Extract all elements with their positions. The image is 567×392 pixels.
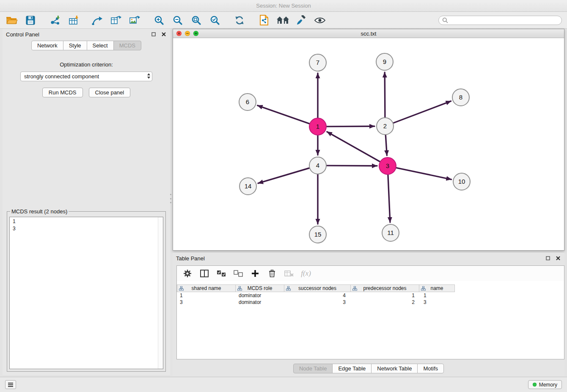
apply-layout-button[interactable] — [233, 14, 246, 27]
node-15[interactable]: 15 — [309, 226, 326, 243]
tab-edge-table[interactable]: Edge Table — [332, 364, 372, 373]
search-box[interactable] — [438, 16, 562, 25]
save-session-button[interactable] — [24, 14, 37, 27]
export-network-button[interactable] — [91, 14, 104, 27]
function-builder-button[interactable]: f(x) — [300, 268, 311, 279]
tab-select[interactable]: Select — [87, 41, 114, 50]
panel-splitter-handle[interactable] — [169, 194, 172, 203]
float-table-panel-button[interactable] — [545, 255, 551, 261]
node-10[interactable]: 10 — [453, 173, 470, 190]
node-11[interactable]: 11 — [382, 224, 399, 241]
open-file-button[interactable] — [257, 14, 271, 27]
tab-mcds[interactable]: MCDS — [113, 41, 141, 50]
edge-4-3[interactable] — [327, 166, 377, 166]
zoom-out-button[interactable] — [171, 14, 184, 27]
network-home-button[interactable] — [276, 14, 289, 27]
edge-3-1[interactable] — [327, 132, 380, 161]
zoom-group — [152, 14, 222, 27]
table-cell: 3 — [421, 299, 457, 306]
zoom-selected-icon — [210, 15, 220, 25]
minimize-window-button[interactable] — [185, 31, 190, 36]
node-6[interactable]: 6 — [239, 94, 256, 110]
brush-icon — [296, 15, 306, 25]
close-panel-button[interactable]: Close panel — [89, 88, 131, 97]
edge-3-10[interactable] — [396, 168, 451, 179]
window-title: Session: New Session — [256, 3, 311, 9]
tab-network-table[interactable]: Network Table — [371, 364, 418, 373]
destroy-table-button[interactable] — [284, 268, 295, 279]
node-4[interactable]: 4 — [309, 157, 326, 174]
float-panel-button[interactable] — [151, 31, 157, 37]
node-9[interactable]: 9 — [376, 53, 393, 70]
zoom-in-button[interactable] — [152, 14, 166, 27]
eye-icon — [314, 17, 326, 24]
node-8[interactable]: 8 — [452, 89, 469, 106]
zoom-fit-icon — [191, 15, 201, 25]
show-details-button[interactable] — [313, 14, 327, 27]
column-header-name[interactable]: name — [419, 284, 455, 292]
edge-2-8[interactable] — [394, 101, 451, 123]
mcds-result-list[interactable]: 13 — [9, 217, 163, 369]
import-table-button[interactable] — [67, 14, 80, 27]
run-mcds-button[interactable]: Run MCDS — [42, 88, 83, 97]
table-row[interactable]: 1dominator411 — [177, 292, 564, 299]
add-column-button[interactable] — [250, 268, 261, 279]
node-7[interactable]: 7 — [309, 54, 326, 71]
tab-motifs[interactable]: Motifs — [417, 364, 444, 373]
column-header-shared-name[interactable]: shared name — [177, 284, 236, 292]
node-table-container: f(x) shared nameMCDS rolesuccessor nodes… — [176, 265, 564, 359]
zoom-selected-button[interactable] — [208, 14, 222, 27]
select-all-button[interactable] — [216, 268, 227, 279]
result-scrollbar[interactable] — [158, 217, 163, 369]
node-3[interactable]: 3 — [379, 157, 396, 174]
export-table-button[interactable] — [109, 14, 123, 27]
search-input[interactable] — [451, 17, 558, 23]
close-table-panel-button[interactable] — [555, 255, 561, 261]
edge-1-2[interactable] — [327, 126, 374, 127]
task-history-button[interactable] — [5, 380, 16, 389]
plus-glyph-icon — [194, 32, 198, 35]
edge-2-3[interactable] — [385, 135, 387, 155]
open-session-button[interactable] — [5, 14, 19, 27]
table-settings-button[interactable] — [182, 268, 193, 279]
network-window-titlebar[interactable]: scc.txt — [173, 29, 564, 38]
memory-button[interactable]: Memory — [528, 380, 562, 389]
column-header-successor-nodes[interactable]: successor nodes — [284, 284, 351, 292]
close-window-button[interactable] — [176, 31, 182, 36]
zoom-window-button[interactable] — [193, 31, 198, 36]
node-2[interactable]: 2 — [377, 118, 394, 135]
view-group — [257, 14, 327, 27]
close-icon — [556, 256, 560, 260]
svg-text:15: 15 — [314, 231, 322, 238]
tab-network[interactable]: Network — [31, 41, 63, 50]
zoom-out-icon — [173, 15, 183, 25]
tab-node-table[interactable]: Node Table — [293, 364, 333, 373]
zoom-fit-button[interactable] — [190, 14, 203, 27]
apply-style-button[interactable] — [295, 14, 308, 27]
column-header-predecessor-nodes[interactable]: predecessor nodes — [350, 284, 419, 292]
delete-table-icon — [284, 270, 294, 277]
node-14[interactable]: 14 — [239, 178, 256, 195]
table-cell: 1 — [421, 292, 457, 299]
column-header-mcds-role[interactable]: MCDS role — [235, 284, 284, 292]
home-icon — [276, 16, 289, 25]
tab-style[interactable]: Style — [63, 41, 87, 50]
fx-label: f(x) — [301, 269, 311, 278]
unselect-all-button[interactable] — [233, 268, 244, 279]
edge-4-14[interactable] — [258, 168, 309, 183]
edge-2-9[interactable] — [385, 72, 385, 117]
network-canvas[interactable]: 7968124314101511 — [173, 38, 564, 250]
edge-1-6[interactable] — [258, 105, 310, 124]
table-row[interactable]: 3dominator323 — [177, 299, 564, 306]
show-columns-button[interactable] — [199, 268, 210, 279]
edge-3-11[interactable] — [388, 175, 390, 222]
node-1[interactable]: 1 — [309, 118, 326, 135]
optimization-dropdown[interactable]: strongly connected component — [20, 72, 152, 81]
export-image-button[interactable] — [128, 14, 141, 27]
node-table: shared nameMCDS rolesuccessor nodesprede… — [177, 284, 564, 306]
delete-column-button[interactable] — [267, 268, 278, 279]
import-network-button[interactable] — [48, 14, 62, 27]
attribute-icon — [421, 286, 426, 291]
close-control-panel-button[interactable] — [161, 31, 167, 37]
select-all-icon — [217, 270, 226, 277]
